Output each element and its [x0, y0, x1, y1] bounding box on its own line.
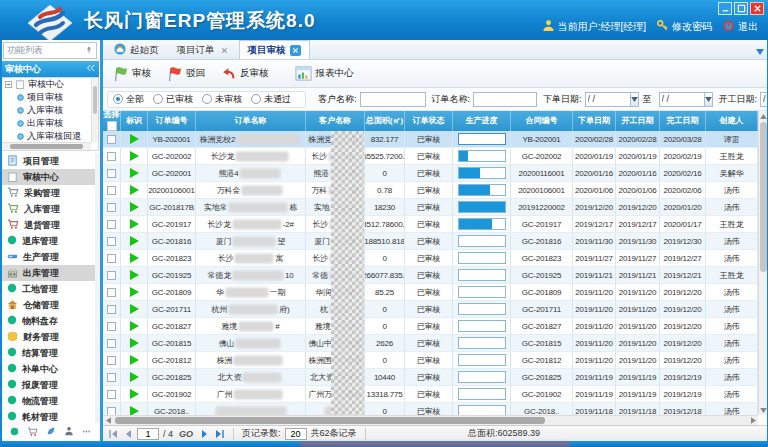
- sidebar-item[interactable]: 耗材管理: [0, 409, 95, 423]
- status-radio[interactable]: 已审核: [153, 93, 193, 106]
- next-page-icon[interactable]: [199, 428, 210, 439]
- scrollbar-thumb[interactable]: [115, 417, 545, 424]
- sidebar-item[interactable]: 补单中心: [0, 361, 95, 377]
- sidebar-item[interactable]: 退库管理: [0, 233, 95, 249]
- pin-icon[interactable]: [85, 46, 93, 56]
- tree-root-audit-center[interactable]: 审核中心: [2, 78, 98, 91]
- tab[interactable]: 项目订单: [168, 40, 239, 59]
- column-header[interactable]: 订单编号: [148, 111, 196, 131]
- collapse-icon[interactable]: [86, 64, 95, 74]
- row-checkbox[interactable]: [107, 152, 116, 161]
- row-checkbox[interactable]: [107, 254, 116, 263]
- last-page-icon[interactable]: [214, 428, 225, 439]
- date-dropdown-icon[interactable]: [631, 92, 639, 107]
- table-row[interactable]: GC-201809 华一期 华润期 85.25 已审核 GC-201809 20…: [103, 284, 758, 301]
- toolbar-button[interactable]: 驳回: [165, 65, 205, 82]
- tab-overflow-icon[interactable]: [756, 47, 764, 57]
- sidebar-item[interactable]: 入库管理: [0, 201, 95, 217]
- sidebar-item[interactable]: 物流管理: [0, 393, 95, 409]
- status-radio[interactable]: 未通过: [251, 93, 291, 106]
- table-row[interactable]: GC-201815 佛山 佛山中仓库 2626 已审核 GC-201815 20…: [103, 335, 758, 352]
- row-checkbox[interactable]: [107, 322, 116, 331]
- function-search-input[interactable]: 功能列表: [3, 42, 97, 59]
- maximize-button[interactable]: [734, 2, 748, 15]
- column-header[interactable]: 选择: [103, 111, 121, 131]
- page-number-input[interactable]: [137, 428, 159, 440]
- column-header[interactable]: 下单日期: [573, 111, 616, 131]
- sidebar-item[interactable]: 项目管理: [0, 153, 95, 169]
- toolbar-button[interactable]: 审核: [111, 65, 151, 82]
- row-checkbox[interactable]: [107, 339, 116, 348]
- row-checkbox[interactable]: [107, 169, 116, 178]
- table-row[interactable]: 20200106001 万科金 万科一期 0.78 已审核 2020010600…: [103, 182, 758, 199]
- scroll-left-icon[interactable]: [103, 416, 113, 425]
- first-page-icon[interactable]: [107, 428, 118, 439]
- row-checkbox[interactable]: [107, 135, 116, 144]
- expander-icon[interactable]: [5, 80, 12, 90]
- row-checkbox[interactable]: [107, 186, 116, 195]
- table-row[interactable]: GC-201925 常德龙10 常德源.. 266077.835.. 已审核 G…: [103, 267, 758, 284]
- tab-close-icon[interactable]: [219, 45, 230, 56]
- row-checkbox[interactable]: [107, 271, 116, 280]
- order-date-from-input[interactable]: [585, 92, 631, 107]
- row-checkbox[interactable]: [107, 305, 116, 314]
- sidebar-item[interactable]: 工地管理: [0, 281, 95, 297]
- status-radio[interactable]: 未审核: [202, 93, 242, 106]
- leaf-icon[interactable]: [46, 426, 56, 438]
- table-row[interactable]: GC-201823 长沙寓 长沙之.. 0 已审核 GC-201823 2019…: [103, 250, 758, 267]
- sidebar-item[interactable]: 物料盘存: [0, 313, 95, 329]
- column-header[interactable]: 合同编号: [511, 111, 573, 131]
- table-row[interactable]: GC-201902 广州 广州万森林 13318.775 已审核 GC-2019…: [103, 386, 758, 403]
- column-header[interactable]: 总面积(㎡): [365, 111, 405, 131]
- table-row[interactable]: YB-202001 株洲党校2 株洲党惠.. 832.177 已审核 YB-20…: [103, 131, 758, 148]
- row-checkbox[interactable]: [107, 407, 116, 416]
- column-header[interactable]: 标识: [121, 111, 148, 131]
- prev-page-icon[interactable]: [122, 428, 133, 439]
- table-row[interactable]: GC-201816 厦门望 厦门望 188510.818 已审核 GC-2018…: [103, 233, 758, 250]
- logout-button[interactable]: 退出: [722, 19, 758, 34]
- column-header[interactable]: 创建人: [706, 111, 758, 131]
- go-button[interactable]: GO: [179, 429, 193, 439]
- tab[interactable]: 起始页: [105, 40, 168, 59]
- table-row[interactable]: GC-2018.. 0 已审核 GC-2018.. 2019/11/18 201…: [103, 403, 758, 415]
- tab-close-icon[interactable]: [290, 45, 301, 56]
- column-header[interactable]: 开工日期: [616, 111, 660, 131]
- row-checkbox[interactable]: [107, 356, 116, 365]
- sidebar-item[interactable]: 出库管理: [0, 265, 95, 281]
- row-checkbox[interactable]: [107, 220, 116, 229]
- sidebar-item[interactable]: 生产管理: [0, 249, 95, 265]
- toolbar-button[interactable]: 报表中心: [295, 65, 354, 82]
- table-row[interactable]: GC-201827 雅境# 雅境2# 0 已审核 GC-201827 2019/…: [103, 318, 758, 335]
- tree-item[interactable]: 入库审核: [2, 104, 98, 117]
- table-row[interactable]: GC-201812 株洲 株洲国未来 0 已审核 GC-201812 2019/…: [103, 352, 758, 369]
- column-header[interactable]: 完工日期: [660, 111, 706, 131]
- row-checkbox[interactable]: [107, 373, 116, 382]
- table-horizontal-scrollbar[interactable]: [103, 415, 758, 425]
- sidebar-item[interactable]: 报废管理: [0, 377, 95, 393]
- column-header[interactable]: 订单状态: [405, 111, 453, 131]
- sidebar-item[interactable]: 结算管理: [0, 345, 95, 361]
- tree-vertical-scrollbar[interactable]: [91, 78, 98, 142]
- table-row[interactable]: GC-202001 熊港4 熊港墙 0 已审核 20200116001 2020…: [103, 165, 758, 182]
- column-header[interactable]: 订单名称: [196, 111, 306, 131]
- tab[interactable]: 项目审核: [239, 40, 310, 59]
- page-size-input[interactable]: [285, 428, 307, 440]
- sidebar-item[interactable]: 仓储管理: [0, 297, 95, 313]
- customer-name-input[interactable]: [360, 92, 426, 107]
- minimize-button[interactable]: [718, 2, 732, 15]
- cart-icon[interactable]: [27, 426, 38, 439]
- table-row[interactable]: GC-202002 长沙龙 长沙惠.. 65525.7200.. 已审核 GC-…: [103, 148, 758, 165]
- toolbar-button[interactable]: 反审核: [219, 65, 269, 82]
- order-name-input[interactable]: [473, 92, 537, 107]
- tree-item[interactable]: 项目审核: [2, 91, 98, 104]
- person-icon[interactable]: [64, 426, 74, 438]
- row-checkbox[interactable]: [107, 288, 116, 297]
- row-checkbox[interactable]: [107, 203, 116, 212]
- close-button[interactable]: [750, 2, 764, 15]
- column-header[interactable]: 客户名称: [306, 111, 365, 131]
- table-row[interactable]: GC-201817B 实地常栋 实地#.. 18230 已审核 20191220…: [103, 199, 758, 216]
- dot-icon[interactable]: [10, 427, 19, 438]
- status-radio[interactable]: 全部: [113, 93, 144, 106]
- table-row[interactable]: GC-201825 北大资 北大资天.. 10440 已审核 GC-201825…: [103, 369, 758, 386]
- change-password-button[interactable]: 修改密码: [656, 19, 712, 34]
